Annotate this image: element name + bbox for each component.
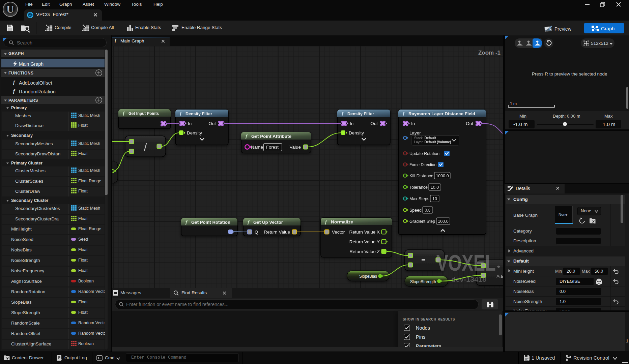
- svg-text:*: *: [497, 264, 500, 272]
- svg-text:VOXEL: VOXEL: [436, 250, 496, 275]
- svg-text:/: /: [144, 141, 147, 153]
- svg-text:Add: Add: [496, 274, 503, 279]
- svg-text:SlopeStrength: SlopeStrength: [410, 279, 436, 284]
- svg-text:SlopeBias: SlopeBias: [359, 274, 377, 279]
- svg-text:Return Value: Return Value: [264, 230, 290, 235]
- svg-text:In: In: [411, 121, 415, 126]
- svg-text:Density: Density: [349, 130, 364, 135]
- svg-text:Layer: Default (Volume): Layer: Default (Volume): [414, 140, 451, 144]
- svg-text:Forest: Forest: [266, 145, 279, 150]
- svg-text:Return Value X: Return Value X: [349, 230, 380, 235]
- svg-text:Density: Density: [187, 130, 202, 135]
- svg-text:Stack: Default: Stack: Default: [414, 136, 436, 140]
- svg-text:Return Value Z: Return Value Z: [349, 249, 380, 254]
- svg-text:Tolerance: Tolerance: [409, 185, 428, 190]
- svg-text:Update Rotation: Update Rotation: [409, 151, 439, 156]
- svg-text:Speed: Speed: [409, 208, 422, 213]
- svg-text:Get Point Attribute: Get Point Attribute: [251, 134, 291, 139]
- svg-text:Force Direction: Force Direction: [409, 162, 436, 167]
- svg-text:Return Value Y: Return Value Y: [349, 239, 380, 244]
- svg-text:Name: Name: [251, 145, 263, 150]
- svg-text:Out: Out: [466, 121, 473, 126]
- svg-text:Get Up Vector: Get Up Vector: [253, 220, 283, 225]
- svg-text:Zoom -1: Zoom -1: [478, 50, 501, 56]
- svg-text:Q: Q: [255, 230, 258, 235]
- svg-text:1000.0: 1000.0: [436, 174, 449, 178]
- svg-text:Vector: Vector: [332, 230, 345, 235]
- svg-text:U: U: [6, 3, 14, 15]
- svg-text:10: 10: [432, 196, 437, 201]
- svg-text:Out: Out: [208, 121, 216, 126]
- svg-text:Layer: Layer: [409, 130, 421, 135]
- svg-text:10.0: 10.0: [431, 185, 439, 190]
- svg-text:Normalize: Normalize: [331, 219, 353, 224]
- svg-text:In: In: [188, 121, 192, 126]
- svg-text:Density Filter: Density Filter: [347, 111, 374, 116]
- svg-text:In: In: [350, 121, 353, 126]
- svg-text:Density Filter: Density Filter: [185, 111, 212, 116]
- svg-text:Kill Distance: Kill Distance: [409, 173, 433, 178]
- svg-text:Out: Out: [370, 121, 378, 126]
- svg-text:0.8: 0.8: [425, 208, 430, 213]
- svg-text:Gradient Step: Gradient Step: [409, 219, 435, 224]
- svg-text:Raymarch Layer Distance Field: Raymarch Layer Distance Field: [408, 111, 475, 116]
- svg-text:Max Steps: Max Steps: [409, 196, 429, 201]
- svg-text:100.0: 100.0: [438, 219, 448, 224]
- svg-text:Get Input Points: Get Input Points: [128, 111, 159, 116]
- svg-text:Value: Value: [289, 145, 301, 150]
- svg-text:Get Point Rotation: Get Point Rotation: [191, 220, 230, 225]
